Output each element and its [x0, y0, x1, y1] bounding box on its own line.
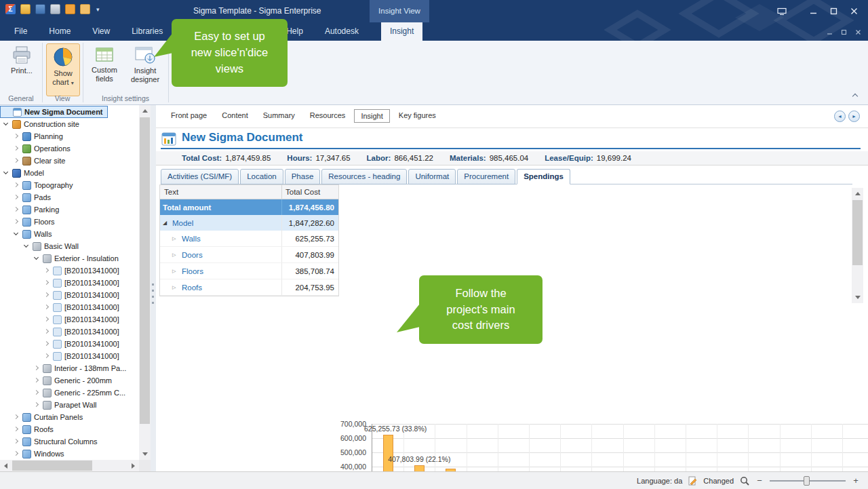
expand-chevron-icon[interactable] — [43, 316, 50, 323]
custom-fields-button[interactable]: Custom fields — [87, 43, 122, 96]
tree-scrollbar-thumb[interactable] — [140, 117, 150, 424]
ribbon-tab-autodesk[interactable]: Autodesk — [316, 22, 368, 41]
tree-item-b20101341000[interactable]: [B20101341000] — [0, 301, 139, 313]
scroll-left-button[interactable] — [0, 460, 12, 471]
tree-item-basic-wall[interactable]: Basic Wall — [0, 240, 139, 252]
tree-item-planning[interactable]: Planning — [0, 130, 139, 142]
view-tab-activities-csi-mf[interactable]: Activities (CSI/MF) — [161, 169, 239, 184]
document-tab-key-figures[interactable]: Key figures — [393, 109, 442, 123]
expand-chevron-icon[interactable] — [43, 292, 50, 298]
expand-chevron-icon[interactable] — [33, 389, 40, 396]
tree-item-b20101341000[interactable]: [B20101341000] — [0, 350, 139, 362]
tree-item-b20101341000[interactable]: [B20101341000] — [0, 277, 139, 289]
ribbon-tab-file[interactable]: File — [5, 22, 36, 41]
tree-item-generic-225mm-c[interactable]: Generic - 225mm C... — [0, 387, 139, 399]
view-tab-resources-heading[interactable]: Resources - heading — [321, 169, 407, 184]
expand-chevron-icon[interactable] — [33, 377, 40, 384]
tree-item-b20101341000[interactable]: [B20101341000] — [0, 265, 139, 277]
print-button[interactable]: Print... — [5, 43, 38, 94]
table-scroll-down-button[interactable] — [852, 292, 863, 303]
tree-item-generic-200mm[interactable]: Generic - 200mm — [0, 374, 139, 387]
collapse-chevron-icon[interactable] — [3, 121, 9, 128]
collapse-ribbon-button[interactable] — [852, 92, 859, 99]
expand-chevron-icon[interactable] — [13, 426, 20, 433]
panel-splitter[interactable] — [151, 105, 156, 471]
document-tab-resources[interactable]: Resources — [304, 109, 352, 123]
scroll-up-button[interactable] — [139, 105, 151, 117]
tree-item-topography[interactable]: Topography — [0, 179, 139, 191]
column-header-text[interactable]: Text — [160, 185, 282, 199]
column-header-total-cost[interactable]: Total Cost — [282, 185, 338, 199]
expand-chevron-icon[interactable] — [13, 194, 20, 201]
expand-chevron-icon[interactable] — [43, 340, 50, 347]
expand-chevron-icon[interactable] — [13, 206, 20, 213]
zoom-out-button[interactable]: − — [755, 475, 764, 486]
ribbon-tab-view[interactable]: View — [83, 22, 119, 41]
splitter-handle-icon[interactable] — [152, 283, 154, 304]
table-scroll-up-button[interactable] — [852, 188, 863, 199]
tree-item-structural-columns[interactable]: Structural Columns — [0, 435, 139, 448]
tree-item-b20101341000[interactable]: [B20101341000] — [0, 313, 139, 326]
table-row-walls[interactable]: ▷Walls625,255.73 — [160, 231, 338, 247]
tree-item-new-sigma-document[interactable]: New Sigma Document — [0, 106, 108, 118]
scroll-right-button[interactable] — [127, 460, 139, 471]
expand-chevron-icon[interactable] — [43, 304, 50, 311]
expand-chevron-icon[interactable] — [33, 365, 40, 372]
tree-hscrollbar-thumb[interactable] — [12, 461, 92, 471]
expand-chevron-icon[interactable] — [13, 438, 20, 445]
collapsed-marker-icon[interactable]: ▷ — [172, 252, 179, 258]
collapse-chevron-icon[interactable] — [23, 243, 30, 250]
qat-customize-icon[interactable]: ▾ — [96, 6, 100, 13]
document-tab-insight[interactable]: Insight — [354, 109, 389, 123]
view-tab-spendings[interactable]: Spendings — [517, 169, 570, 184]
document-tab-front-page[interactable]: Front page — [165, 109, 213, 123]
tree-item-construction-site[interactable]: Construction site — [0, 118, 139, 130]
app-logo-icon[interactable]: Σ — [5, 4, 16, 14]
mdi-close-button[interactable] — [855, 26, 861, 38]
table-vertical-scrollbar[interactable] — [852, 188, 863, 303]
page-back-button[interactable]: ◄ — [834, 111, 846, 122]
document-tab-content[interactable]: Content — [216, 109, 254, 123]
collapsed-marker-icon[interactable]: ▷ — [172, 269, 179, 274]
expand-chevron-icon[interactable] — [13, 414, 20, 420]
zoom-slider[interactable] — [770, 476, 846, 486]
mdi-minimize-button[interactable] — [827, 26, 833, 38]
tree-item-b20101341000[interactable]: [B20101341000] — [0, 326, 139, 338]
tree-item-windows[interactable]: Windows — [0, 448, 139, 460]
tree-horizontal-scrollbar[interactable] — [0, 460, 139, 471]
tree-item-parking[interactable]: Parking — [0, 203, 139, 216]
minimize-button[interactable] — [803, 3, 823, 20]
tree-item-walls[interactable]: Walls — [0, 228, 139, 240]
undo-icon[interactable] — [65, 4, 75, 14]
tree-item-interior-138mm-pa[interactable]: Interior - 138mm Pa... — [0, 362, 139, 374]
zoom-in-button[interactable]: + — [852, 475, 860, 486]
collapse-chevron-icon[interactable] — [13, 231, 20, 237]
zoom-slider-thumb[interactable] — [804, 476, 810, 486]
tree-item-pads[interactable]: Pads — [0, 191, 139, 203]
display-options-button[interactable] — [772, 3, 792, 20]
collapse-chevron-icon[interactable] — [33, 255, 40, 262]
tree-item-b20101341000[interactable]: [B20101341000] — [0, 289, 139, 301]
tree-item-clear-site[interactable]: Clear site — [0, 155, 139, 167]
scroll-down-button[interactable] — [139, 448, 151, 460]
document-tab-summary[interactable]: Summary — [257, 109, 301, 123]
tree-item-b20101341000[interactable]: [B20101341000] — [0, 338, 139, 350]
tree-item-floors[interactable]: Floors — [0, 216, 139, 228]
tree-item-parapet-wall[interactable]: Parapet Wall — [0, 399, 139, 411]
close-button[interactable] — [844, 3, 864, 20]
save-icon[interactable] — [35, 4, 45, 14]
tree-item-roofs[interactable]: Roofs — [0, 423, 139, 435]
ribbon-tab-insight[interactable]: Insight — [381, 22, 422, 41]
table-row-floors[interactable]: ▷Floors385,708.74 — [160, 263, 338, 279]
page-forward-button[interactable]: ► — [848, 111, 860, 122]
open-folder-icon[interactable] — [20, 4, 31, 14]
tree-item-curtain-panels[interactable]: Curtain Panels — [0, 411, 139, 423]
show-chart-button[interactable]: Show chart ▾ — [46, 43, 80, 96]
tree-item-model[interactable]: Model — [0, 167, 139, 179]
tree-item-operations[interactable]: Operations — [0, 142, 139, 155]
view-tab-procurement[interactable]: Procurement — [457, 169, 515, 184]
maximize-button[interactable] — [823, 3, 844, 20]
expand-chevron-icon[interactable] — [33, 402, 40, 408]
expand-chevron-icon[interactable] — [43, 279, 50, 286]
expand-chevron-icon[interactable] — [13, 157, 20, 164]
